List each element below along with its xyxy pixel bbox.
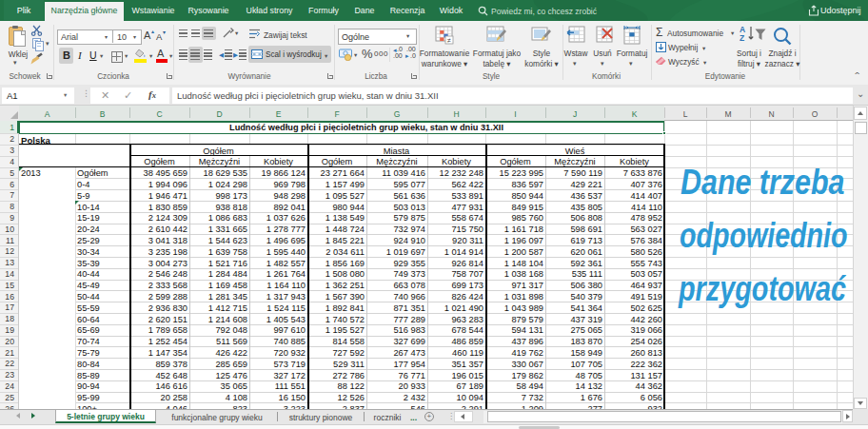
svg-text:≠: ≠ xyxy=(447,37,451,44)
